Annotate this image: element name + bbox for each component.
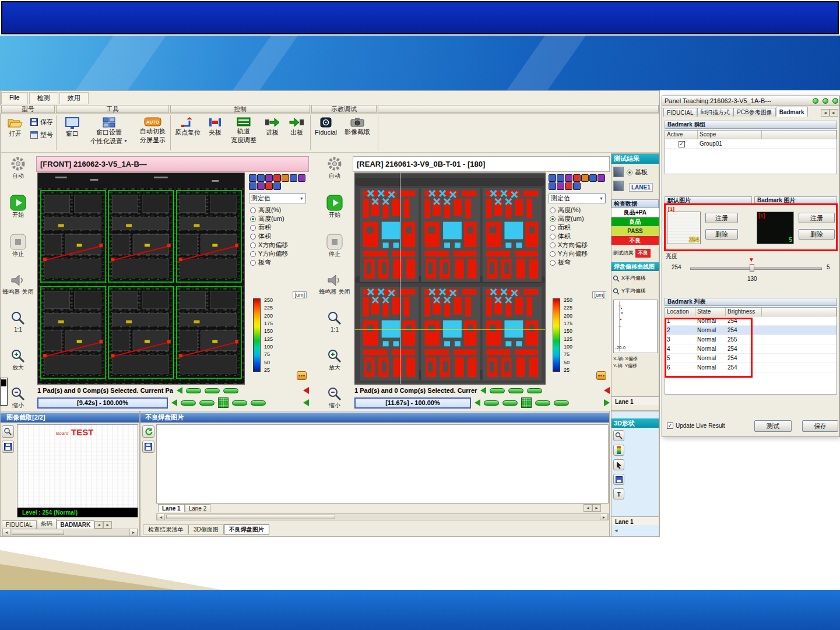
nav-pill-button[interactable] (508, 388, 523, 393)
grid-view-button[interactable] (218, 397, 229, 408)
fail-row[interactable]: 不良 (611, 236, 659, 245)
tab-fiducial[interactable]: FIDUCIAL (663, 108, 697, 117)
zoom-out-control[interactable]: 缩小 (326, 386, 343, 409)
mini-color-button[interactable] (273, 182, 281, 190)
mini-color-button[interactable] (549, 182, 556, 190)
minimize-button[interactable] (813, 98, 818, 104)
buzzer-control[interactable]: 蜂鸣器 关闭 (319, 273, 350, 295)
nav-pill-button[interactable] (251, 400, 266, 406)
active-checkbox[interactable]: ✓ (679, 141, 685, 147)
pointer-tool-button[interactable] (613, 459, 624, 470)
mini-color-button[interactable] (557, 182, 564, 190)
nav-pill-button[interactable] (490, 388, 505, 393)
board-out-button[interactable]: 出板 (286, 115, 308, 136)
mini-color-button[interactable] (565, 174, 572, 182)
mini-color-button[interactable] (273, 174, 281, 182)
close-button[interactable] (832, 98, 838, 104)
tab-scroll-left-icon[interactable]: ◄ (821, 109, 830, 117)
test-button[interactable]: 测试 (754, 420, 792, 432)
measure-radio-2[interactable]: 面积 (248, 223, 309, 232)
measure-radio-4[interactable]: X方向偏移 (248, 241, 309, 249)
buzzer-control[interactable]: 蜂鸣器 关闭 (3, 273, 34, 295)
table-row[interactable]: 6Normal254 (665, 363, 837, 372)
zoom-1to1-control[interactable]: 1:1 (10, 311, 26, 333)
tab-scroll-left-icon[interactable]: ◄ (94, 521, 103, 529)
zoom-1to1-control[interactable]: 1:1 (326, 311, 343, 333)
mini-color-button[interactable] (581, 174, 589, 182)
measure-radio-6[interactable]: 板弯 (248, 258, 309, 267)
tab-3d-side-view[interactable]: 3D侧面图 (188, 525, 224, 534)
board-radio[interactable]: 基板 (625, 168, 648, 177)
front-measure-select[interactable]: 测定值 ▼ (249, 193, 306, 203)
save-image-button[interactable] (142, 441, 154, 453)
measure-radio-4[interactable]: X方向偏移 (548, 241, 609, 249)
mini-color-button[interactable] (573, 182, 581, 190)
model-button[interactable]: 型号 (30, 131, 58, 139)
defect-scrollbar[interactable]: ◄ ► (156, 513, 609, 520)
start-control[interactable]: 开始 (9, 195, 27, 218)
tab-fiducial[interactable]: FIDUCIAL (2, 520, 37, 529)
auto-switch-button[interactable]: AUTO 自动切换 分屏显示 (135, 115, 170, 143)
fiducial-button[interactable]: Fiducial (312, 115, 339, 136)
mini-color-button[interactable] (249, 174, 256, 182)
save-view-button[interactable] (613, 474, 624, 485)
prev-defect-button[interactable] (604, 387, 610, 394)
measure-radio-5[interactable]: Y方向偏移 (248, 249, 309, 258)
rear-pcb-image[interactable] (354, 173, 546, 385)
table-row[interactable]: 1Normal254 (665, 316, 837, 326)
save-button[interactable]: 保存 (30, 118, 58, 126)
scroll-left-icon[interactable]: ◄ (614, 528, 618, 533)
prev-defect-button[interactable] (303, 387, 309, 394)
front-pcb-image[interactable] (37, 173, 245, 385)
default-image-thumbnail[interactable]: [1] 254 (667, 212, 701, 244)
measure-radio-3[interactable]: 体积 (548, 232, 609, 241)
start-control[interactable]: 开始 (326, 195, 343, 218)
zoom-in-control[interactable]: 放大 (10, 349, 26, 371)
menu-file[interactable]: File (1, 92, 28, 104)
results-lane-select[interactable]: Lane 1 (611, 396, 659, 405)
mini-color-button[interactable] (282, 174, 289, 182)
scroll-right-icon[interactable]: ► (129, 529, 138, 536)
lane1-tab[interactable]: LANE1 (629, 183, 653, 192)
rail-width-button[interactable]: 轨道 宽度调整 (229, 115, 259, 143)
scroll-thumb[interactable] (12, 530, 64, 535)
measure-radio-3[interactable]: 体积 (248, 232, 309, 241)
menu-utility[interactable]: 效用 (59, 92, 89, 104)
tab-scroll-right-icon[interactable]: ► (592, 504, 601, 512)
table-row[interactable]: 3Normal255 (665, 335, 837, 344)
nav-pill-button[interactable] (527, 388, 542, 393)
captured-board-image[interactable]: Board TEST Level : 254 (Normal) (17, 424, 138, 518)
mini-color-button[interactable] (249, 182, 256, 190)
nav-pill-button[interactable] (484, 400, 499, 406)
paw-icon[interactable] (596, 371, 606, 380)
measure-radio-1[interactable]: 高度(um) (548, 214, 609, 223)
nav-pill-button[interactable] (502, 400, 518, 406)
scroll-left-icon[interactable]: ◄ (2, 529, 10, 536)
nav-pill-button[interactable] (232, 400, 247, 406)
text-tool-button[interactable]: T (613, 488, 624, 499)
save-button[interactable]: 保存 (802, 420, 838, 432)
tab-badmark[interactable]: Badmark (776, 107, 808, 117)
board-thumbnail[interactable] (613, 167, 624, 177)
badmark-image-thumbnail[interactable]: [1] 5 (757, 212, 794, 244)
mini-color-button[interactable] (257, 174, 265, 182)
step-back-button[interactable] (480, 387, 486, 394)
mini-color-button[interactable] (573, 174, 581, 182)
window-settings-button[interactable]: 窗口设置 个性化设置▼ (86, 115, 132, 145)
nav-pill-button[interactable] (186, 388, 201, 393)
mini-color-button[interactable] (265, 174, 273, 182)
measure-radio-2[interactable]: 面积 (548, 223, 609, 232)
y-average-offset[interactable]: Y平均偏移 (613, 287, 646, 295)
tab-scroll-left-icon[interactable]: ◄ (584, 504, 592, 512)
mini-color-button[interactable] (290, 174, 297, 182)
rear-measure-select[interactable]: 测定值 ▼ (549, 193, 606, 203)
good-pa-row[interactable]: 良品+PA (611, 208, 659, 217)
mini-color-button[interactable] (589, 174, 597, 182)
save-image-button[interactable] (2, 441, 14, 453)
zoom-in-control[interactable]: 放大 (326, 349, 343, 371)
mini-color-button[interactable] (549, 174, 556, 182)
tab-barcode[interactable]: 条码 (37, 519, 57, 529)
paw-icon[interactable] (297, 371, 307, 380)
scroll-thumb[interactable] (166, 515, 335, 519)
stop-control[interactable]: 停止 (9, 234, 27, 257)
